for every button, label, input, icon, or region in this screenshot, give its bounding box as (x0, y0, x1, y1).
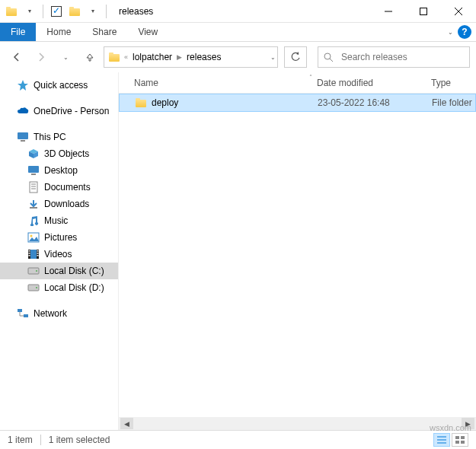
qat-dropdown[interactable]: ▾ (21, 3, 38, 20)
svg-rect-6 (18, 132, 28, 139)
svg-point-27 (36, 270, 37, 272)
sidebar-label: Local Disk (C:) (44, 266, 104, 276)
sidebar-quick-access[interactable]: Quick access (0, 77, 118, 94)
maximize-button[interactable] (406, 0, 441, 23)
navigation-pane: Quick access OneDrive - Person This PC 3… (0, 72, 118, 430)
search-box[interactable] (318, 46, 470, 68)
svg-rect-36 (461, 436, 465, 439)
music-icon (27, 215, 40, 227)
star-icon (17, 79, 29, 91)
sidebar-item-music[interactable]: Music (0, 212, 118, 229)
sidebar-label: Local Disk (D:) (44, 282, 104, 293)
address-bar[interactable]: « lolpatcher ▶ releases ⌄ (104, 46, 278, 68)
disk-icon (27, 282, 40, 294)
search-icon (323, 52, 334, 62)
svg-rect-24 (37, 253, 39, 254)
svg-point-29 (36, 287, 37, 288)
svg-rect-31 (24, 314, 28, 317)
down-icon (27, 198, 40, 210)
properties-checkbox-icon[interactable] (48, 3, 65, 20)
folder-qat-icon[interactable] (3, 3, 20, 20)
svg-rect-20 (29, 250, 30, 252)
help-icon[interactable]: ? (458, 25, 471, 39)
network-icon (17, 307, 29, 320)
sidebar-label: Music (44, 215, 68, 226)
watermark: wsxdn.com (430, 423, 471, 432)
up-button[interactable] (79, 46, 101, 68)
svg-rect-10 (30, 182, 37, 193)
column-date[interactable]: Date modified (309, 78, 423, 88)
sidebar-label: Quick access (34, 80, 88, 91)
ribbon-collapse-icon[interactable]: ⌄ (448, 29, 453, 36)
desktop-icon (27, 164, 40, 177)
sidebar-label: Desktop (44, 165, 78, 176)
window-controls (371, 0, 476, 23)
thumbnails-view-button[interactable] (452, 433, 468, 447)
crumb-releases[interactable]: releases (184, 47, 224, 67)
refresh-button[interactable] (284, 46, 307, 68)
quick-access-toolbar: ▾ ▾ (0, 3, 113, 20)
sidebar-item-downloads[interactable]: Downloads (0, 196, 118, 212)
svg-rect-9 (31, 174, 36, 175)
sidebar-item-desktop[interactable]: Desktop (0, 162, 118, 179)
sidebar-label: Downloads (44, 199, 89, 209)
file-list: Name ˄ Date modified Type deploy23-05-20… (118, 72, 476, 430)
divider (40, 435, 41, 445)
svg-rect-1 (420, 8, 427, 14)
back-button[interactable] (6, 46, 27, 68)
table-row[interactable]: deploy23-05-2022 16:48File folder (119, 94, 476, 112)
svg-rect-30 (18, 309, 22, 312)
disk-icon (27, 265, 40, 277)
sidebar-item-local-disk-c-[interactable]: Local Disk (C:) (0, 263, 118, 279)
forward-button[interactable] (30, 46, 52, 68)
tab-home[interactable]: Home (36, 23, 81, 41)
sidebar-network[interactable]: Network (0, 305, 118, 322)
svg-rect-23 (37, 250, 39, 252)
column-type[interactable]: Type (423, 78, 476, 88)
tab-view[interactable]: View (127, 23, 168, 41)
sidebar-label: This PC (34, 132, 66, 142)
address-root-icon[interactable] (106, 47, 123, 67)
pic-icon (27, 231, 40, 244)
sidebar-this-pc[interactable]: This PC (0, 129, 118, 145)
svg-rect-35 (455, 436, 459, 439)
item-count: 1 item (8, 435, 33, 445)
svg-rect-7 (21, 140, 25, 142)
column-name[interactable]: Name (119, 78, 309, 88)
sidebar-item-3d-objects[interactable]: 3D Objects (0, 145, 118, 162)
search-input[interactable] (340, 51, 465, 63)
selection-count: 1 item selected (49, 435, 110, 445)
doc-icon (27, 181, 40, 193)
file-name: deploy (152, 97, 178, 108)
qat-customize[interactable]: ▾ (85, 3, 101, 20)
recent-dropdown[interactable]: ⌄ (55, 46, 76, 68)
new-folder-qat-icon[interactable] (66, 3, 83, 20)
status-bar: 1 item 1 item selected (0, 430, 476, 449)
tab-share[interactable]: Share (81, 23, 127, 41)
crumb-lolpatcher[interactable]: lolpatcher (129, 47, 175, 67)
svg-rect-25 (37, 255, 39, 256)
sidebar-label: Network (34, 308, 67, 319)
folder-icon (135, 97, 147, 109)
column-headers: Name ˄ Date modified Type (119, 72, 476, 94)
details-view-button[interactable] (433, 433, 450, 447)
file-tab[interactable]: File (0, 23, 36, 41)
sidebar-item-videos[interactable]: Videos (0, 246, 118, 263)
svg-line-5 (330, 59, 333, 62)
horizontal-scrollbar[interactable]: ◀ ▶ (119, 417, 476, 430)
svg-point-4 (324, 53, 331, 59)
divider (106, 5, 107, 18)
chevron-right-icon[interactable]: ▶ (175, 53, 184, 61)
sidebar-label: Videos (44, 249, 72, 260)
close-button[interactable] (441, 0, 476, 23)
scroll-left-icon[interactable]: ◀ (120, 418, 133, 429)
sidebar-onedrive[interactable]: OneDrive - Person (0, 103, 118, 119)
sidebar-item-documents[interactable]: Documents (0, 179, 118, 196)
title-bar: ▾ ▾ releases (0, 0, 476, 23)
navigation-row: ⌄ « lolpatcher ▶ releases ⌄ (0, 42, 476, 72)
sidebar-label: Documents (44, 182, 91, 193)
address-dropdown-icon[interactable]: ⌄ (270, 54, 276, 61)
minimize-button[interactable] (371, 0, 406, 23)
sidebar-item-pictures[interactable]: Pictures (0, 229, 118, 246)
sidebar-item-local-disk-d-[interactable]: Local Disk (D:) (0, 279, 118, 296)
